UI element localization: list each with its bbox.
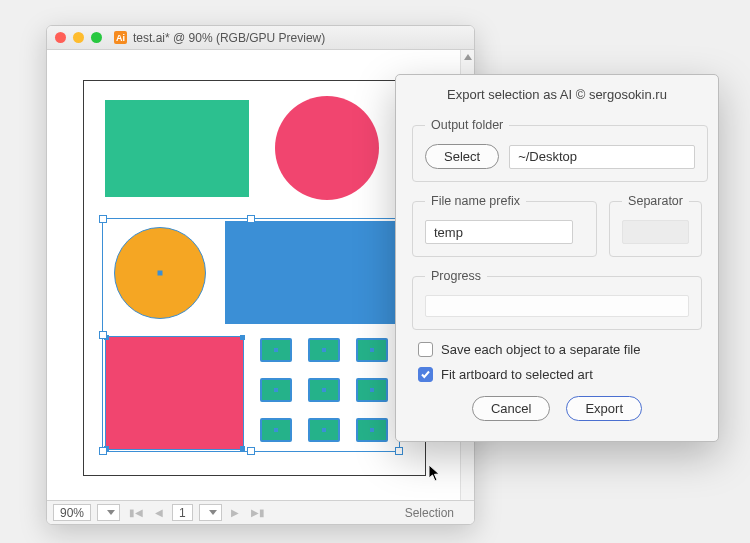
selection-bounding-box[interactable] <box>102 218 400 452</box>
status-tool-label: Selection <box>405 506 468 520</box>
cancel-button[interactable]: Cancel <box>472 396 550 421</box>
save-each-checkbox[interactable]: Save each object to a separate file <box>418 342 702 357</box>
zoom-value: 90% <box>60 506 84 520</box>
separator-display <box>622 220 689 244</box>
zoom-dropdown[interactable]: 90% <box>53 504 91 521</box>
art-circle-pink[interactable] <box>275 96 379 200</box>
page-chevron[interactable] <box>199 504 222 521</box>
prev-page-icon[interactable]: ◀ <box>152 507 166 518</box>
illustrator-file-icon: Ai <box>114 31 127 44</box>
resize-handle[interactable] <box>99 331 107 339</box>
separator-group: Separator <box>609 194 702 257</box>
fit-artboard-checkbox[interactable]: Fit artboard to selected art <box>418 367 702 382</box>
checkbox-checked-icon <box>418 367 433 382</box>
export-button[interactable]: Export <box>566 396 642 421</box>
file-prefix-group: File name prefix <box>412 194 597 257</box>
resize-handle[interactable] <box>247 215 255 223</box>
resize-handle[interactable] <box>99 215 107 223</box>
separator-legend: Separator <box>622 194 689 208</box>
select-folder-button[interactable]: Select <box>425 144 499 169</box>
status-bar: 90% ▮◀ ◀ 1 ▶ ▶▮ Selection <box>47 500 474 524</box>
export-dialog: Export selection as AI © sergosokin.ru O… <box>395 74 719 442</box>
progress-group: Progress <box>412 269 702 330</box>
window-controls <box>55 32 102 43</box>
window-title: test.ai* @ 90% (RGB/GPU Preview) <box>133 31 325 45</box>
output-folder-input[interactable] <box>509 145 695 169</box>
checkbox-icon <box>418 342 433 357</box>
progress-bar <box>425 295 689 317</box>
next-page-icon[interactable]: ▶ <box>228 507 242 518</box>
fit-artboard-label: Fit artboard to selected art <box>441 367 593 382</box>
save-each-label: Save each object to a separate file <box>441 342 640 357</box>
close-icon[interactable] <box>55 32 66 43</box>
maximize-icon[interactable] <box>91 32 102 43</box>
page-dropdown[interactable]: 1 <box>172 504 193 521</box>
file-prefix-input[interactable] <box>425 220 573 244</box>
art-rectangle-teal[interactable] <box>105 100 249 197</box>
file-prefix-legend: File name prefix <box>425 194 526 208</box>
mouse-cursor-icon <box>428 464 442 482</box>
titlebar[interactable]: Ai test.ai* @ 90% (RGB/GPU Preview) <box>47 26 474 50</box>
minimize-icon[interactable] <box>73 32 84 43</box>
artboard <box>83 80 426 476</box>
zoom-chevron[interactable] <box>97 504 120 521</box>
resize-handle[interactable] <box>395 447 403 455</box>
progress-legend: Progress <box>425 269 487 283</box>
scroll-up-icon[interactable] <box>464 54 472 60</box>
first-page-icon[interactable]: ▮◀ <box>126 507 146 518</box>
resize-handle[interactable] <box>99 447 107 455</box>
output-folder-legend: Output folder <box>425 118 509 132</box>
output-folder-group: Output folder Select <box>412 118 708 182</box>
resize-handle[interactable] <box>247 447 255 455</box>
dialog-title: Export selection as AI © sergosokin.ru <box>412 87 702 102</box>
last-page-icon[interactable]: ▶▮ <box>248 507 268 518</box>
page-number: 1 <box>179 506 186 520</box>
